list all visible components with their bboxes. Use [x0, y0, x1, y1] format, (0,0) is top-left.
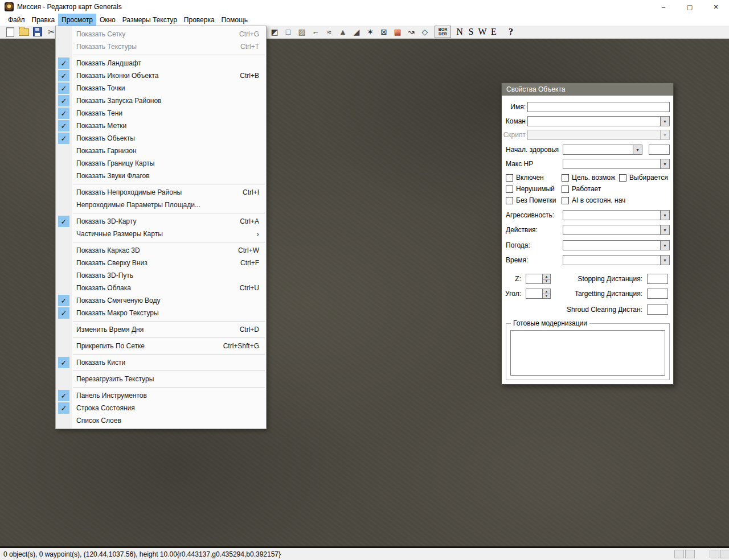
status-grip-box[interactable] [720, 550, 729, 558]
initial-health-combobox[interactable] [563, 145, 642, 155]
angle-spinner[interactable]: ▲▼ [526, 289, 551, 299]
view-menu-item[interactable]: Показать ОблакаCtrl+U [56, 282, 266, 294]
selectable-checkbox[interactable]: Выбирается [619, 174, 668, 182]
checkbox-box[interactable] [619, 174, 626, 182]
view-menu-item[interactable]: ✓Показать Метки [56, 120, 266, 132]
view-menu-item[interactable]: ✓Показать Обьекты [56, 132, 266, 145]
view-menu-item[interactable]: Показать Границу Карты [56, 157, 266, 170]
view-menu-item[interactable]: Показать Сверху ВнизCtrl+F [56, 257, 266, 269]
unflagged-checkbox[interactable]: Без Пометки [506, 196, 556, 204]
actions-combobox[interactable] [563, 225, 670, 235]
object-tool-button[interactable]: ✶ [363, 26, 377, 38]
status-grip-box[interactable] [685, 550, 695, 558]
checkbox-box[interactable] [562, 197, 569, 204]
waypoint-path-tool-button[interactable]: ⌐ [309, 26, 322, 38]
targetable-checkbox[interactable]: Цель. возмож [562, 174, 615, 182]
mound-tool-button[interactable]: ▲ [336, 26, 350, 38]
pointer-tool-button[interactable]: ◩ [268, 26, 281, 38]
save-button[interactable] [31, 26, 44, 38]
compass-n-button[interactable]: N [454, 27, 465, 37]
road-tool-button[interactable]: ↝ [404, 26, 418, 38]
polygon-tool-button[interactable]: ◇ [418, 26, 432, 38]
status-grip-box[interactable] [674, 550, 684, 558]
ai-recruitable-checkbox[interactable]: AI в состоян. нач [562, 196, 625, 204]
targetting-distance-input[interactable] [647, 289, 668, 299]
view-menu-item[interactable]: Показать ТекстурыCtrl+T [56, 40, 266, 53]
view-menu-item[interactable]: ✓Показать Кисти [56, 356, 266, 369]
checkbox-box[interactable] [506, 197, 513, 204]
view-menu-item[interactable]: ✓Показать Тени [56, 107, 266, 120]
checkbox-box[interactable] [562, 186, 569, 193]
upgrades-listbox[interactable] [510, 330, 665, 376]
view-menu-item[interactable]: Перезагрузить Текстуры [56, 373, 266, 385]
view-menu-item[interactable]: Показать СеткуCtrl+G [56, 28, 266, 40]
help-button[interactable]: ? [509, 27, 513, 37]
view-menu-item[interactable]: Изменить Время ДняCtrl+D [56, 323, 266, 336]
maximize-button[interactable]: ▢ [677, 0, 703, 14]
ramp-tool-button[interactable]: ◢ [350, 26, 363, 38]
enabled-checkbox[interactable]: Включен [506, 174, 544, 182]
texture-tool-button[interactable]: ▨ [295, 26, 309, 38]
minimize-button[interactable]: – [650, 0, 677, 14]
checkbox-box[interactable] [506, 186, 513, 193]
z-spinner[interactable]: ▲▼ [526, 274, 551, 284]
menubar-item-file[interactable]: Файл [5, 14, 28, 26]
view-menu-item[interactable]: ✓Строка Состояния [56, 402, 266, 414]
select-box-tool-button[interactable]: □ [281, 26, 295, 38]
impassable-area-tool-button[interactable]: ▦ [391, 26, 404, 38]
new-file-button[interactable] [3, 26, 17, 38]
view-menu-item[interactable]: ✓Показать 3D-КартуCtrl+A [56, 215, 266, 228]
powered-checkbox[interactable]: Работает [562, 185, 601, 193]
checkbox-box[interactable] [506, 174, 513, 182]
aggressiveness-combobox[interactable] [563, 210, 670, 220]
view-menu-item[interactable]: Показать Гарнизон [56, 145, 266, 157]
menubar-item-help[interactable]: Помощь [218, 14, 251, 26]
view-menu-item[interactable]: Показать Каркас 3DCtrl+W [56, 244, 266, 257]
dropdown-arrow-icon[interactable] [633, 145, 642, 154]
dropdown-arrow-icon[interactable] [660, 159, 669, 168]
panel-title-bar[interactable]: Свойства Объекта [502, 83, 673, 96]
max-hp-combobox[interactable] [563, 159, 670, 169]
dropdown-arrow-icon[interactable] [660, 225, 669, 234]
dropdown-arrow-icon[interactable] [660, 211, 669, 220]
view-menu-item[interactable]: Показать Звуки Флагов [56, 170, 266, 182]
view-menu-item[interactable]: ✓Панель Инструментов [56, 389, 266, 402]
view-menu-item[interactable]: ✓Показать Иконки ОбъектаCtrl+B [56, 69, 266, 82]
status-grip-box[interactable] [710, 550, 719, 558]
close-button[interactable]: ✕ [703, 0, 729, 14]
view-menu-item[interactable]: Показать 3D-Путь [56, 269, 266, 282]
checkbox-box[interactable] [562, 174, 569, 182]
spin-down-icon[interactable]: ▼ [543, 279, 550, 284]
dropdown-arrow-icon[interactable] [660, 241, 669, 250]
border-tool-button[interactable]: BORDER [435, 26, 451, 38]
spin-down-icon[interactable]: ▼ [543, 294, 550, 299]
view-menu-item[interactable]: Частичные Размеры Карты› [56, 228, 266, 240]
view-menu-item[interactable]: ✓Показать Запуска Районов [56, 94, 266, 107]
indestructible-checkbox[interactable]: Нерушимый [506, 185, 555, 193]
delete-area-tool-button[interactable]: ⊠ [377, 26, 391, 38]
spin-up-icon[interactable]: ▲ [543, 274, 550, 279]
menubar-item-edit[interactable]: Правка [28, 14, 59, 26]
shroud-clearing-input[interactable] [647, 304, 668, 315]
view-menu-item[interactable]: ✓Показать Смягченую Воду [56, 294, 266, 307]
angle-input[interactable] [526, 289, 543, 299]
dropdown-arrow-icon[interactable] [660, 256, 669, 265]
menubar-item-view[interactable]: Просмотр [58, 14, 96, 26]
view-menu-item[interactable]: ✓Показать Точки [56, 82, 266, 94]
open-file-button[interactable] [17, 26, 31, 38]
compass-s-button[interactable]: S [465, 27, 477, 37]
name-input[interactable] [527, 102, 670, 112]
spinner-buttons[interactable]: ▲▼ [543, 289, 551, 299]
z-input[interactable] [526, 274, 543, 284]
compass-w-button[interactable]: W [477, 27, 488, 37]
view-menu-item[interactable]: Прикрепить По СеткеCtrl+Shft+G [56, 340, 266, 352]
view-menu-item[interactable]: Показать Непроходимые РайоныCtrl+I [56, 186, 266, 199]
initial-health-value-input[interactable] [649, 145, 670, 155]
compass-e-button[interactable]: E [488, 27, 499, 37]
menubar-item-texture-sizes[interactable]: Размеры Текстур [119, 14, 181, 26]
time-combobox[interactable] [563, 255, 670, 265]
spin-up-icon[interactable]: ▲ [543, 289, 550, 294]
team-combobox[interactable] [527, 116, 670, 126]
menubar-item-window[interactable]: Окно [96, 14, 119, 26]
spinner-buttons[interactable]: ▲▼ [543, 274, 551, 284]
